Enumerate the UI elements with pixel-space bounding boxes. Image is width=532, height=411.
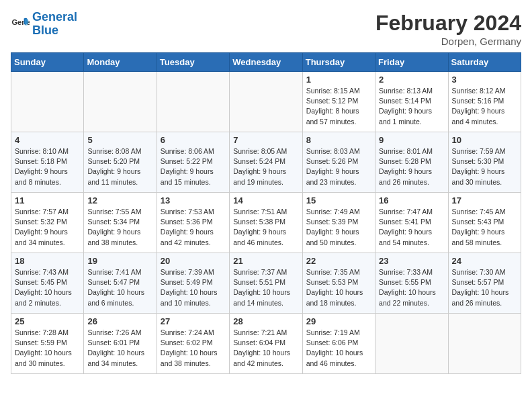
day-number: 27 (161, 316, 226, 326)
day-number: 16 (379, 195, 444, 205)
day-info: Sunrise: 8:13 AMSunset: 5:14 PMDaylight:… (379, 86, 444, 127)
calendar-cell: 3Sunrise: 8:12 AMSunset: 5:16 PMDaylight… (448, 72, 521, 132)
header-day-friday: Friday (375, 53, 448, 72)
day-info: Sunrise: 7:53 AMSunset: 5:36 PMDaylight:… (161, 207, 226, 248)
day-number: 20 (161, 256, 226, 266)
day-number: 9 (379, 135, 444, 145)
day-number: 15 (306, 195, 371, 205)
calendar-cell: 20Sunrise: 7:39 AMSunset: 5:49 PMDayligh… (157, 253, 229, 314)
calendar-cell: 15Sunrise: 7:49 AMSunset: 5:39 PMDayligh… (302, 193, 375, 253)
day-info: Sunrise: 8:06 AMSunset: 5:22 PMDaylight:… (161, 146, 226, 187)
day-info: Sunrise: 7:43 AMSunset: 5:45 PMDaylight:… (15, 267, 80, 308)
day-info: Sunrise: 7:41 AMSunset: 5:47 PMDaylight:… (87, 267, 152, 308)
calendar-cell: 11Sunrise: 7:57 AMSunset: 5:32 PMDayligh… (11, 193, 84, 253)
day-info: Sunrise: 7:19 AMSunset: 6:06 PMDaylight:… (306, 328, 371, 369)
day-number: 7 (233, 135, 298, 145)
calendar-cell: 28Sunrise: 7:21 AMSunset: 6:04 PMDayligh… (230, 314, 302, 374)
calendar-cell: 7Sunrise: 8:05 AMSunset: 5:24 PMDaylight… (230, 132, 302, 193)
day-info: Sunrise: 7:57 AMSunset: 5:32 PMDaylight:… (15, 207, 80, 248)
page-header: General General Blue February 2024 Dorpe… (11, 11, 521, 47)
calendar-cell: 5Sunrise: 8:08 AMSunset: 5:20 PMDaylight… (84, 132, 157, 193)
calendar-cell: 9Sunrise: 8:01 AMSunset: 5:28 PMDaylight… (375, 132, 448, 193)
day-number: 8 (306, 135, 371, 145)
day-number: 19 (87, 256, 152, 266)
day-number: 23 (379, 256, 444, 266)
day-info: Sunrise: 7:30 AMSunset: 5:57 PMDaylight:… (452, 267, 517, 308)
header-day-wednesday: Wednesday (230, 53, 302, 72)
title-area: February 2024 Dorpen, Germany (375, 11, 521, 47)
day-number: 29 (306, 316, 371, 326)
location: Dorpen, Germany (375, 36, 521, 47)
day-info: Sunrise: 8:03 AMSunset: 5:26 PMDaylight:… (306, 146, 371, 187)
header-day-sunday: Sunday (11, 53, 84, 72)
day-number: 28 (233, 316, 298, 326)
day-number: 5 (87, 135, 152, 145)
day-number: 21 (233, 256, 298, 266)
day-number: 11 (15, 195, 80, 205)
calendar-cell: 17Sunrise: 7:45 AMSunset: 5:43 PMDayligh… (448, 193, 521, 253)
day-number: 14 (233, 195, 298, 205)
header-day-saturday: Saturday (448, 53, 521, 72)
week-row-4: 18Sunrise: 7:43 AMSunset: 5:45 PMDayligh… (11, 253, 521, 314)
day-info: Sunrise: 8:05 AMSunset: 5:24 PMDaylight:… (233, 146, 298, 187)
day-number: 3 (452, 75, 517, 85)
calendar-cell (84, 72, 157, 132)
month-title: February 2024 (375, 11, 521, 36)
header-day-tuesday: Tuesday (157, 53, 229, 72)
calendar-cell: 21Sunrise: 7:37 AMSunset: 5:51 PMDayligh… (230, 253, 302, 314)
calendar-cell: 10Sunrise: 7:59 AMSunset: 5:30 PMDayligh… (448, 132, 521, 193)
calendar-cell: 26Sunrise: 7:26 AMSunset: 6:01 PMDayligh… (84, 314, 157, 374)
day-info: Sunrise: 7:49 AMSunset: 5:39 PMDaylight:… (306, 207, 371, 248)
day-info: Sunrise: 7:35 AMSunset: 5:53 PMDaylight:… (306, 267, 371, 308)
day-info: Sunrise: 7:55 AMSunset: 5:34 PMDaylight:… (87, 207, 152, 248)
day-info: Sunrise: 7:21 AMSunset: 6:04 PMDaylight:… (233, 328, 298, 369)
calendar-table: SundayMondayTuesdayWednesdayThursdayFrid… (11, 52, 521, 374)
calendar-cell: 1Sunrise: 8:15 AMSunset: 5:12 PMDaylight… (302, 72, 375, 132)
day-info: Sunrise: 7:47 AMSunset: 5:41 PMDaylight:… (379, 207, 444, 248)
day-info: Sunrise: 7:33 AMSunset: 5:55 PMDaylight:… (379, 267, 444, 308)
logo-icon: General (11, 15, 30, 34)
calendar-cell: 18Sunrise: 7:43 AMSunset: 5:45 PMDayligh… (11, 253, 84, 314)
day-info: Sunrise: 8:15 AMSunset: 5:12 PMDaylight:… (306, 86, 371, 127)
calendar-cell: 27Sunrise: 7:24 AMSunset: 6:02 PMDayligh… (157, 314, 229, 374)
logo: General General Blue (11, 11, 77, 38)
day-number: 6 (161, 135, 226, 145)
calendar-cell: 25Sunrise: 7:28 AMSunset: 5:59 PMDayligh… (11, 314, 84, 374)
day-number: 1 (306, 75, 371, 85)
calendar-cell: 19Sunrise: 7:41 AMSunset: 5:47 PMDayligh… (84, 253, 157, 314)
calendar-cell (230, 72, 302, 132)
day-number: 24 (452, 256, 517, 266)
day-info: Sunrise: 7:26 AMSunset: 6:01 PMDaylight:… (87, 328, 152, 369)
calendar-cell: 4Sunrise: 8:10 AMSunset: 5:18 PMDaylight… (11, 132, 84, 193)
day-info: Sunrise: 8:01 AMSunset: 5:28 PMDaylight:… (379, 146, 444, 187)
calendar-cell: 8Sunrise: 8:03 AMSunset: 5:26 PMDaylight… (302, 132, 375, 193)
calendar-cell (11, 72, 84, 132)
day-info: Sunrise: 8:12 AMSunset: 5:16 PMDaylight:… (452, 86, 517, 127)
logo-text: General Blue (32, 11, 77, 38)
week-row-5: 25Sunrise: 7:28 AMSunset: 5:59 PMDayligh… (11, 314, 521, 374)
day-number: 22 (306, 256, 371, 266)
calendar-body: 1Sunrise: 8:15 AMSunset: 5:12 PMDaylight… (11, 72, 521, 374)
day-number: 12 (87, 195, 152, 205)
day-number: 18 (15, 256, 80, 266)
day-number: 17 (452, 195, 517, 205)
calendar-cell: 22Sunrise: 7:35 AMSunset: 5:53 PMDayligh… (302, 253, 375, 314)
day-number: 4 (15, 135, 80, 145)
day-number: 13 (161, 195, 226, 205)
week-row-2: 4Sunrise: 8:10 AMSunset: 5:18 PMDaylight… (11, 132, 521, 193)
day-info: Sunrise: 7:59 AMSunset: 5:30 PMDaylight:… (452, 146, 517, 187)
day-info: Sunrise: 7:39 AMSunset: 5:49 PMDaylight:… (161, 267, 226, 308)
day-number: 10 (452, 135, 517, 145)
header-day-thursday: Thursday (302, 53, 375, 72)
week-row-1: 1Sunrise: 8:15 AMSunset: 5:12 PMDaylight… (11, 72, 521, 132)
header-day-monday: Monday (84, 53, 157, 72)
calendar-cell: 6Sunrise: 8:06 AMSunset: 5:22 PMDaylight… (157, 132, 229, 193)
day-info: Sunrise: 7:24 AMSunset: 6:02 PMDaylight:… (161, 328, 226, 369)
calendar-cell: 23Sunrise: 7:33 AMSunset: 5:55 PMDayligh… (375, 253, 448, 314)
calendar-cell: 12Sunrise: 7:55 AMSunset: 5:34 PMDayligh… (84, 193, 157, 253)
day-info: Sunrise: 8:08 AMSunset: 5:20 PMDaylight:… (87, 146, 152, 187)
calendar-cell: 29Sunrise: 7:19 AMSunset: 6:06 PMDayligh… (302, 314, 375, 374)
day-number: 2 (379, 75, 444, 85)
calendar-cell: 14Sunrise: 7:51 AMSunset: 5:38 PMDayligh… (230, 193, 302, 253)
header-row: SundayMondayTuesdayWednesdayThursdayFrid… (11, 53, 521, 72)
